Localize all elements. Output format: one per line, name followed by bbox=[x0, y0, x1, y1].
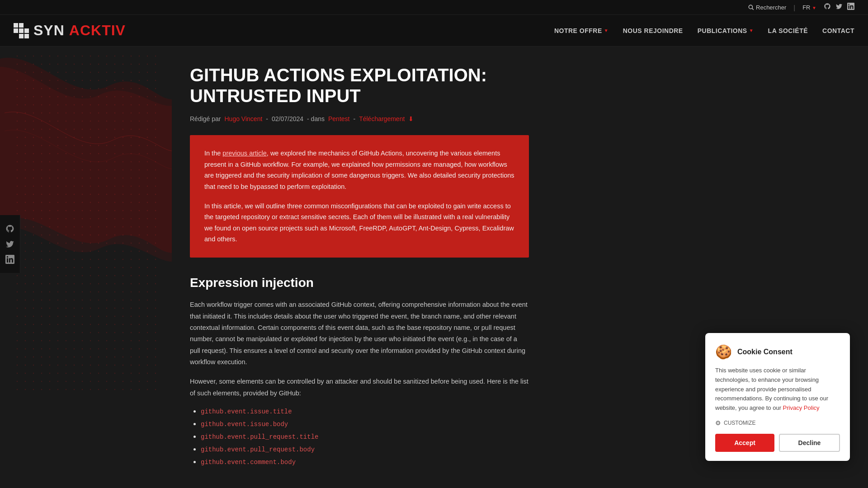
section-title-expression-injection: Expression injection bbox=[190, 276, 841, 290]
nav-item-contact[interactable]: CONTACT bbox=[822, 27, 854, 34]
meta-separator: - bbox=[266, 115, 268, 122]
topbar-linkedin-icon[interactable] bbox=[847, 3, 854, 12]
download-icon: ⬇ bbox=[408, 115, 414, 122]
nav-item-nous-rejoindre[interactable]: NOUS REJOINDRE bbox=[623, 27, 683, 34]
logo-syn: SYN bbox=[33, 22, 65, 39]
sidebar-github-icon[interactable] bbox=[5, 224, 14, 233]
nav-link-contact[interactable]: CONTACT bbox=[822, 27, 854, 34]
accept-button[interactable]: Accept bbox=[715, 434, 774, 452]
nav-link-notre-offre[interactable]: NOTRE OFFRE bbox=[554, 27, 602, 34]
nav-link-publications[interactable]: PUBLICATIONS bbox=[698, 27, 747, 34]
nav-item-publications[interactable]: PUBLICATIONS ▼ bbox=[698, 27, 754, 34]
intro-paragraph-1: In the previous article, we explored the… bbox=[204, 148, 514, 192]
category-link[interactable]: Pentest bbox=[328, 115, 349, 122]
intro-paragraph-2: In this article, we will outline three c… bbox=[204, 201, 514, 245]
site-logo[interactable]: SYNACKTIV bbox=[14, 22, 126, 39]
article-title: GITHUB ACTIONS EXPLOITATION: UNTRUSTED I… bbox=[190, 65, 529, 106]
meta-separator2: - bbox=[353, 115, 355, 122]
section-paragraph-2: However, some elements can be controlled… bbox=[190, 376, 529, 399]
sidebar-twitter-icon[interactable] bbox=[5, 239, 14, 249]
svg-line-1 bbox=[752, 9, 754, 10]
main-navbar: SYNACKTIV NOTRE OFFRE ▼ NOUS REJOINDRE P… bbox=[0, 15, 868, 47]
topbar-github-icon[interactable] bbox=[824, 3, 831, 12]
gear-icon: ⚙ bbox=[715, 419, 721, 427]
nav-item-la-societe[interactable]: LA SOCIÉTÉ bbox=[768, 27, 808, 34]
meta-in-label: - dans bbox=[307, 115, 325, 122]
left-social-sidebar bbox=[0, 215, 20, 273]
decline-button[interactable]: Decline bbox=[779, 434, 840, 452]
chevron-down-icon: ▼ bbox=[604, 28, 609, 33]
topbar-social-icons bbox=[824, 3, 854, 12]
meta-date: 02/07/2024 bbox=[272, 115, 303, 122]
cookie-icon: 🍪 bbox=[715, 344, 732, 360]
nav-link-nous-rejoindre[interactable]: NOUS REJOINDRE bbox=[623, 27, 683, 34]
cookie-popup-header: 🍪 Cookie Consent bbox=[715, 344, 840, 360]
customize-button[interactable]: ⚙ CUSTOMIZE bbox=[715, 419, 840, 427]
chevron-down-icon: ▼ bbox=[749, 28, 754, 33]
language-selector[interactable]: FR ▼ bbox=[802, 4, 816, 11]
nav-link-la-societe[interactable]: LA SOCIÉTÉ bbox=[768, 27, 808, 34]
nav-item-notre-offre[interactable]: NOTRE OFFRE ▼ bbox=[554, 27, 609, 34]
nav-links: NOTRE OFFRE ▼ NOUS REJOINDRE PUBLICATION… bbox=[554, 27, 854, 34]
download-link[interactable]: Téléchargement ⬇ bbox=[359, 115, 414, 122]
topbar-twitter-icon[interactable] bbox=[835, 3, 843, 12]
svg-point-0 bbox=[749, 5, 752, 9]
search-icon bbox=[748, 4, 754, 10]
meta-prefix: Rédigé par bbox=[190, 115, 221, 122]
top-bar: Rechercher | FR ▼ bbox=[0, 0, 868, 15]
privacy-policy-link[interactable]: Privacy Policy bbox=[783, 404, 820, 411]
article-meta: Rédigé par Hugo Vincent - 02/07/2024 - d… bbox=[190, 115, 841, 122]
previous-article-link[interactable]: previous article bbox=[222, 150, 267, 157]
intro-box: In the previous article, we explored the… bbox=[190, 135, 529, 258]
author-link[interactable]: Hugo Vincent bbox=[225, 115, 263, 122]
section-paragraph-1: Each workflow trigger comes with an asso… bbox=[190, 299, 529, 368]
cookie-popup-body: This website uses cookie or similar tech… bbox=[715, 366, 840, 413]
logo-grid bbox=[14, 23, 29, 38]
cookie-buttons: Accept Decline bbox=[715, 434, 840, 452]
sidebar-linkedin-icon[interactable] bbox=[5, 255, 14, 264]
cookie-popup-title: Cookie Consent bbox=[737, 348, 793, 356]
search-label: Rechercher bbox=[756, 4, 786, 11]
logo-aktiv: ACKTIV bbox=[69, 22, 126, 39]
cookie-consent-popup: 🍪 Cookie Consent This website uses cooki… bbox=[705, 333, 850, 461]
search-button[interactable]: Rechercher bbox=[748, 4, 786, 11]
